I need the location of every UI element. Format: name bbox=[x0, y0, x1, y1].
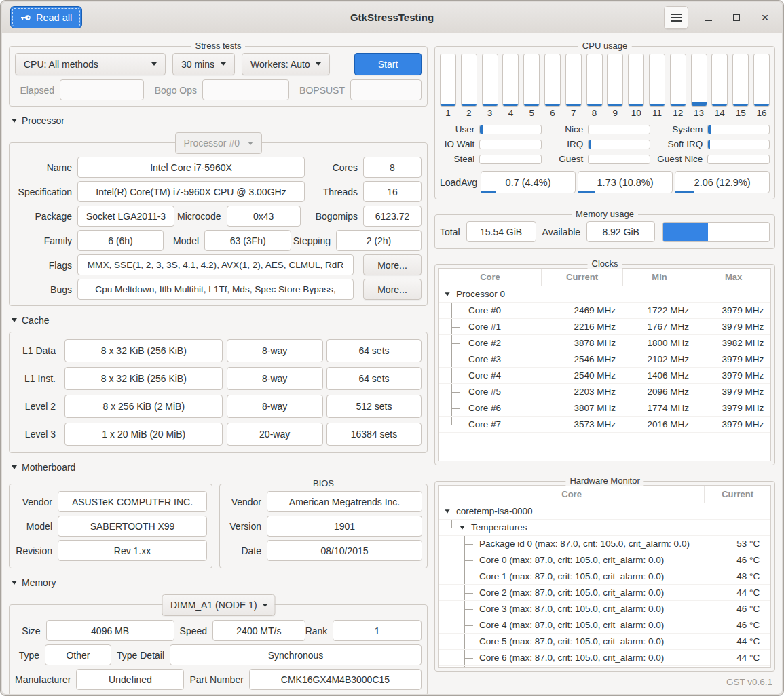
mem-manufacturer-label: Manufacturer bbox=[15, 674, 76, 685]
cache-ways-field[interactable]: 8-way bbox=[227, 395, 323, 418]
package-label: Package bbox=[15, 211, 77, 222]
clock-core-row[interactable]: Core #0 2469 MHz 1722 MHz 3979 MHz bbox=[439, 303, 770, 319]
hwmon-sensor-row[interactable]: Core 3 (max: 87.0, crit: 105.0, crit_ala… bbox=[439, 601, 770, 617]
hwmon-sensor-name: Core 5 (max: 87.0, crit: 105.0, crit_ala… bbox=[479, 636, 664, 646]
motherboard-expander[interactable]: Motherboard bbox=[12, 462, 428, 473]
tree-branch-line bbox=[460, 634, 470, 649]
cpu-stat-label: System bbox=[657, 124, 703, 134]
mem-size-field[interactable]: 4096 MB bbox=[46, 620, 174, 641]
hwmon-sensor-row[interactable]: Core 7 (max: 87.0, crit: 105.0, crit_ala… bbox=[439, 666, 770, 668]
hwmon-col-core[interactable]: Core bbox=[439, 486, 704, 503]
bios-vendor-field[interactable]: American Megatrends Inc. bbox=[267, 491, 422, 512]
mem-rank-field[interactable]: 1 bbox=[333, 620, 422, 641]
bopsust-field[interactable] bbox=[350, 79, 422, 100]
mem-part-number-field[interactable]: CMK16GX4M4B3000C15 bbox=[249, 669, 422, 690]
mb-vendor-field[interactable]: ASUSTeK COMPUTER INC. bbox=[58, 491, 207, 512]
bugs-more-button[interactable]: More... bbox=[363, 279, 422, 300]
hwmon-sensor-row[interactable]: Core 5 (max: 87.0, crit: 105.0, crit_ala… bbox=[439, 634, 770, 650]
mb-revision-field[interactable]: Rev 1.xx bbox=[58, 540, 207, 561]
cache-ways-field[interactable]: 8-way bbox=[227, 367, 323, 390]
clocks-col-current[interactable]: Current bbox=[541, 269, 622, 286]
dimm-selector[interactable]: DIMM_A1 (NODE 1) bbox=[162, 594, 275, 616]
hwmon-sensor-row[interactable]: Core 1 (max: 87.0, crit: 105.0, crit_ala… bbox=[439, 568, 770, 585]
memory-total-label: Total bbox=[440, 227, 460, 237]
name-field[interactable]: Intel Core i7-5960X bbox=[77, 157, 305, 178]
family-field[interactable]: 6 (6h) bbox=[77, 230, 164, 251]
mem-type-detail-field[interactable]: Synchronous bbox=[170, 644, 422, 665]
hwmon-sensor-row[interactable]: Core 6 (max: 87.0, crit: 105.0, crit_ala… bbox=[439, 650, 770, 666]
mem-rank-label: Rank bbox=[305, 625, 333, 636]
mem-manufacturer-field[interactable]: Undefined bbox=[76, 669, 184, 690]
memory-available-field[interactable]: 8.92 GiB bbox=[586, 221, 655, 242]
flags-field[interactable]: MMX, SSE(1, 2, 3, 3S, 4.1, 4.2), AVX(1, … bbox=[77, 254, 354, 275]
cache-sets-field[interactable]: 64 sets bbox=[326, 339, 422, 362]
clock-core-row[interactable]: Core #5 2203 MHz 2096 MHz 3979 MHz bbox=[439, 384, 770, 400]
clocks-col-max[interactable]: Max bbox=[696, 269, 770, 286]
loadavg-value: 2.06 (12.9%) bbox=[694, 177, 751, 188]
memory-total-field[interactable]: 15.54 GiB bbox=[466, 221, 536, 242]
bios-version-field[interactable]: 1901 bbox=[267, 516, 422, 537]
cache-sets-field[interactable]: 64 sets bbox=[326, 367, 422, 390]
hwmon-sensor-row[interactable]: Core 0 (max: 87.0, crit: 105.0, crit_ala… bbox=[439, 552, 770, 568]
hwmon-group-label: Temperatures bbox=[471, 522, 527, 533]
cache-ways-field[interactable]: 20-way bbox=[227, 423, 323, 446]
cache-size-field[interactable]: 8 x 32 KiB (256 KiB) bbox=[64, 339, 223, 362]
bogo-ops-field[interactable] bbox=[202, 79, 289, 100]
elapsed-field[interactable] bbox=[60, 79, 144, 100]
hwmon-col-current[interactable]: Current bbox=[704, 486, 770, 503]
clock-core-row[interactable]: Core #6 3807 MHz 1774 MHz 3979 MHz bbox=[439, 400, 770, 417]
flags-more-button[interactable]: More... bbox=[363, 254, 422, 275]
hwmon-sensor-row[interactable]: Core 4 (max: 87.0, crit: 105.0, crit_ala… bbox=[439, 617, 770, 634]
clock-core-row[interactable]: Core #1 2216 MHz 1767 MHz 3979 MHz bbox=[439, 319, 770, 335]
cache-ways-field[interactable]: 8-way bbox=[227, 339, 323, 362]
microcode-field[interactable]: 0x43 bbox=[227, 206, 301, 227]
cache-sets-field[interactable]: 16384 sets bbox=[326, 423, 422, 446]
tree-branch-line bbox=[447, 400, 458, 416]
clock-max-value: 3979 MHz bbox=[696, 303, 770, 318]
clock-core-row[interactable]: Core #4 2540 MHz 1406 MHz 3979 MHz bbox=[439, 368, 770, 384]
cache-size-field[interactable]: 8 x 256 KiB (2 MiB) bbox=[64, 395, 223, 418]
processor-selector[interactable]: Processor #0 bbox=[175, 132, 262, 154]
memory-expander[interactable]: Memory bbox=[12, 577, 428, 588]
processor-expander[interactable]: Processor bbox=[12, 115, 428, 126]
stress-type-combo[interactable]: CPU: All methods bbox=[15, 53, 166, 75]
hwmon-sensor-row[interactable]: Core 2 (max: 87.0, crit: 105.0, crit_ala… bbox=[439, 585, 770, 601]
cache-size-field[interactable]: 1 x 20 MiB (20 MiB) bbox=[64, 423, 223, 446]
read-all-button[interactable]: Read all bbox=[10, 6, 82, 28]
clocks-col-min[interactable]: Min bbox=[622, 269, 696, 286]
close-button[interactable]: × bbox=[756, 9, 774, 26]
start-button[interactable]: Start bbox=[354, 53, 422, 75]
hwmon-device-row[interactable]: coretemp-isa-0000 bbox=[439, 503, 770, 520]
package-field[interactable]: Socket LGA2011-3 bbox=[77, 206, 174, 227]
clocks-col-core[interactable]: Core bbox=[439, 269, 541, 286]
model-field[interactable]: 63 (3Fh) bbox=[204, 230, 291, 251]
hwmon-sensor-row[interactable]: Package id 0 (max: 87.0, crit: 105.0, cr… bbox=[439, 536, 770, 552]
mb-model-field[interactable]: SABERTOOTH X99 bbox=[58, 516, 207, 537]
cores-field[interactable]: 8 bbox=[363, 157, 422, 178]
cache-expander[interactable]: Cache bbox=[12, 315, 428, 326]
clock-core-row[interactable]: Core #7 3573 MHz 2016 MHz 3979 MHz bbox=[439, 417, 770, 433]
bios-date-field[interactable]: 08/10/2015 bbox=[267, 540, 422, 561]
tree-expander-icon bbox=[460, 526, 464, 529]
bopsust-label: BOPSUST bbox=[294, 85, 350, 96]
clocks-group-row[interactable]: Processor 0 bbox=[439, 286, 770, 303]
minimize-button[interactable] bbox=[699, 9, 717, 26]
threads-field[interactable]: 16 bbox=[363, 181, 422, 202]
maximize-button[interactable] bbox=[728, 9, 745, 26]
bogomips-field[interactable]: 6123.72 bbox=[363, 206, 422, 227]
menu-button[interactable] bbox=[664, 6, 688, 29]
cache-size-field[interactable]: 8 x 32 KiB (256 KiB) bbox=[64, 367, 223, 390]
stepping-field[interactable]: 2 (2h) bbox=[336, 230, 422, 251]
cache-row: L1 Data 8 x 32 KiB (256 KiB) 8-way 64 se… bbox=[15, 339, 422, 362]
duration-combo[interactable]: 30 mins bbox=[172, 53, 235, 75]
clock-max-value: 3979 MHz bbox=[696, 351, 770, 367]
mem-speed-field[interactable]: 2400 MT/s bbox=[212, 620, 305, 641]
specification-field[interactable]: Intel(R) Core(TM) i7-5960X CPU @ 3.00GHz bbox=[77, 181, 305, 202]
cache-sets-field[interactable]: 512 sets bbox=[326, 395, 422, 418]
mem-type-field[interactable]: Other bbox=[45, 644, 111, 665]
hwmon-group-row[interactable]: Temperatures bbox=[439, 520, 770, 536]
clock-core-row[interactable]: Core #3 2546 MHz 2102 MHz 3979 MHz bbox=[439, 351, 770, 368]
clock-core-row[interactable]: Core #2 3878 MHz 1800 MHz 3982 MHz bbox=[439, 335, 770, 351]
bugs-field[interactable]: Cpu Meltdown, Itlb Multihit, L1Tf, Mds, … bbox=[77, 279, 354, 300]
workers-combo[interactable]: Workers: Auto bbox=[242, 53, 330, 75]
